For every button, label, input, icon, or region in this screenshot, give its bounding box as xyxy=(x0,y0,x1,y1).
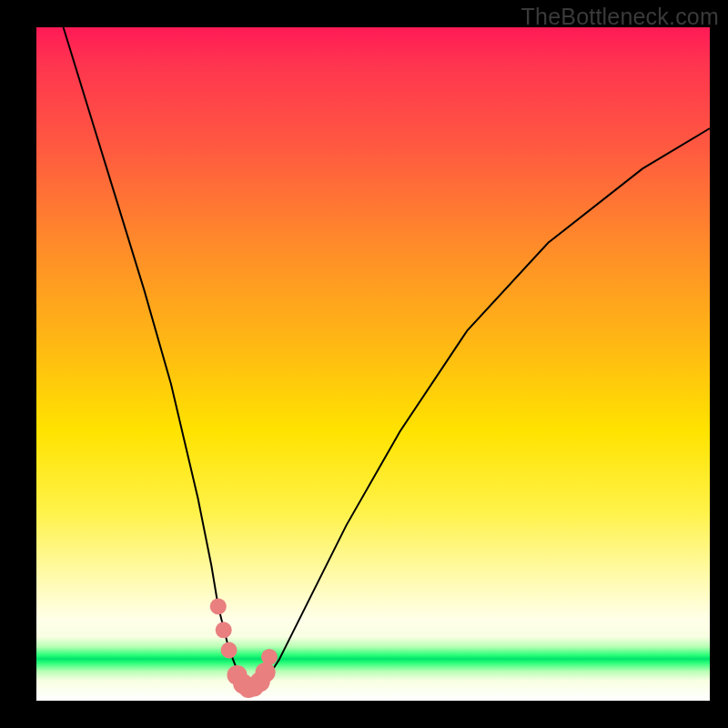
highlight-dot xyxy=(261,649,278,665)
bottleneck-curve xyxy=(64,27,710,689)
highlight-dot xyxy=(210,598,227,614)
highlight-dot xyxy=(216,622,232,638)
highlight-dot xyxy=(221,642,238,659)
watermark-text: TheBottleneck.com xyxy=(521,4,719,30)
chart-frame: TheBottleneck.com xyxy=(0,0,728,728)
chart-overlay xyxy=(36,27,710,701)
highlight-dot xyxy=(256,662,276,682)
marker-group xyxy=(210,598,278,698)
